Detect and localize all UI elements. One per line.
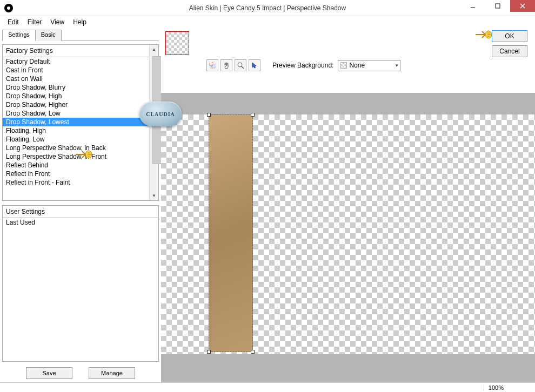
preview-bg-select[interactable]: None ▾ (338, 60, 400, 71)
factory-item[interactable]: Cast in Front (3, 66, 158, 75)
pointer-tool-icon[interactable] (249, 59, 260, 71)
handle-top-right[interactable] (251, 113, 255, 117)
menu-help[interactable]: Help (69, 17, 91, 27)
statusbar: 100% (0, 382, 535, 392)
svg-point-6 (238, 63, 242, 67)
factory-item[interactable]: Factory Default (3, 57, 158, 66)
window-title: Alien Skin | Eye Candy 5 Impact | Perspe… (189, 4, 346, 12)
factory-item[interactable]: Drop Shadow, Blurry (3, 83, 158, 92)
factory-item[interactable]: Drop Shadow, Higher (3, 100, 158, 109)
menubar: Edit Filter View Help (0, 16, 535, 28)
svg-rect-1 (496, 4, 500, 8)
user-settings-list: User Settings Last Used (2, 205, 159, 362)
svg-rect-4 (210, 63, 213, 66)
settings-panel: Settings Basic Factory Settings Factory … (0, 28, 161, 382)
chevron-down-icon: ▾ (396, 63, 398, 68)
factory-item[interactable]: Floating, Low (3, 135, 158, 144)
ok-button[interactable]: OK (492, 30, 527, 42)
preview-panel: Preview Background: None ▾ OK Cancel (161, 28, 535, 382)
scroll-up-icon[interactable]: ▲ (150, 45, 158, 54)
factory-item-overflow (3, 187, 158, 190)
factory-item[interactable]: Drop Shadow, High (3, 92, 158, 100)
menu-filter[interactable]: Filter (23, 17, 46, 27)
preview-bg-value: None (349, 62, 365, 69)
factory-item[interactable]: Drop Shadow, Lowest (3, 118, 158, 126)
scroll-down-icon[interactable]: ▼ (150, 191, 158, 200)
transparency-swatch-icon (340, 62, 347, 69)
svg-rect-5 (212, 65, 215, 68)
factory-item[interactable]: Reflect Behind (3, 161, 158, 170)
factory-item[interactable]: Long Perspective Shadow, in Back (3, 144, 158, 152)
maximize-button[interactable] (485, 0, 510, 12)
factory-item[interactable]: Floating, High (3, 126, 158, 135)
menu-edit[interactable]: Edit (3, 17, 23, 27)
watermark-badge: CLAUDIA (139, 102, 182, 126)
zoom-level: 100% (484, 384, 508, 391)
hand-tool-icon[interactable] (220, 59, 232, 71)
preview-canvas[interactable] (161, 114, 535, 354)
minimize-button[interactable] (460, 0, 485, 12)
factory-item[interactable]: Reflect in Front - Faint (3, 178, 158, 187)
handle-bottom-right[interactable] (251, 350, 255, 354)
factory-item[interactable]: Cast on Wall (3, 75, 158, 83)
thumbnail-strip (161, 28, 535, 57)
zoom-tool-icon[interactable] (235, 59, 246, 71)
cancel-button[interactable]: Cancel (492, 45, 527, 57)
app-icon (4, 4, 13, 12)
svg-line-7 (242, 66, 244, 69)
handle-bottom-left[interactable] (207, 350, 211, 354)
manage-button[interactable]: Manage (89, 367, 135, 379)
titlebar: Alien Skin | Eye Candy 5 Impact | Perspe… (0, 0, 535, 16)
factory-item[interactable]: Long Perspective Shadow, in Front (3, 152, 158, 161)
factory-item[interactable]: Drop Shadow, Low (3, 109, 158, 118)
user-header: User Settings (3, 206, 158, 218)
user-item[interactable]: Last Used (3, 218, 158, 227)
preview-object[interactable] (209, 114, 253, 352)
tabs: Settings Basic (2, 29, 159, 41)
factory-settings-list: Factory Settings Factory DefaultCast in … (2, 44, 159, 201)
tab-basic[interactable]: Basic (35, 30, 62, 41)
handle-top-left[interactable] (207, 113, 211, 117)
tab-settings[interactable]: Settings (2, 30, 36, 41)
thumbnail[interactable] (165, 31, 189, 55)
menu-view[interactable]: View (46, 17, 69, 27)
close-button[interactable] (510, 0, 535, 12)
preview-gray-bottom (161, 354, 535, 382)
preview-toolbar: Preview Background: None ▾ (161, 57, 535, 75)
factory-item[interactable]: Reflect in Front (3, 170, 158, 178)
save-button[interactable]: Save (26, 367, 72, 379)
selection-tool-icon[interactable] (206, 59, 218, 71)
factory-header: Factory Settings (3, 45, 158, 57)
preview-gray-top (161, 93, 535, 114)
preview-bg-label: Preview Background: (272, 62, 333, 69)
